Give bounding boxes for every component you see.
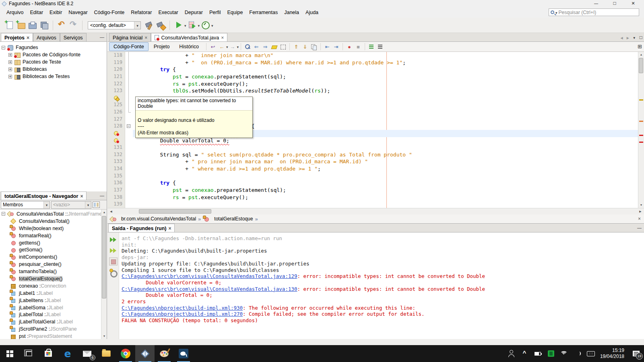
navigator-item-totalgeralestoque[interactable]: totalGeralEstoque(): [0, 275, 107, 282]
taskbar-clock[interactable]: 15:19 19/04/2018: [600, 348, 624, 360]
chevron-up-button[interactable]: [520, 350, 528, 358]
editor-tab-consultavendastotal-java[interactable]: ConsultaVendasTotal.java: [151, 33, 227, 41]
fold-collapse-button[interactable]: −: [127, 124, 130, 128]
find-previous-icon[interactable]: ⇐: [252, 43, 260, 51]
close-tab-icon[interactable]: [221, 35, 224, 41]
find-selection-icon[interactable]: [244, 43, 252, 51]
menu-item-arquivo[interactable]: Arquivo: [3, 8, 27, 17]
tab-projetos[interactable]: Projetos: [1, 33, 33, 41]
new-project-icon[interactable]: [15, 20, 26, 31]
menu-item-editar[interactable]: Editar: [27, 8, 46, 17]
navigator-item-consultavendastotal[interactable]: ConsultaVendasTotal(): [0, 218, 107, 225]
scrollbar-thumb[interactable]: [639, 58, 643, 73]
tree-expander-icon[interactable]: +: [8, 53, 12, 57]
maximize-button[interactable]: [605, 0, 624, 7]
action-center-button[interactable]: 19: [632, 350, 640, 358]
navigator-item-jlabelitens[interactable]: jLabelItens : JLabel: [0, 297, 107, 304]
navigator-scrollbar[interactable]: [101, 210, 107, 339]
volume-button[interactable]: [574, 350, 582, 358]
tree-expander-icon[interactable]: −: [2, 46, 5, 49]
dropdown-icon[interactable]: [134, 22, 140, 29]
previous-occurrence-icon[interactable]: ⇑: [292, 43, 300, 51]
find-next-icon[interactable]: ⇒: [261, 43, 269, 51]
forward-icon[interactable]: →: [229, 43, 237, 51]
navigator-item-pesquisar-cliente[interactable]: pesquisar_cliente(): [0, 261, 107, 268]
tree-item-pacotes-de-teste[interactable]: +Pacotes de Teste: [0, 58, 107, 66]
navigator-filter-select[interactable]: <vazio>: [51, 201, 91, 209]
navigator-item-jscrollpane2[interactable]: jScrollPane2 : JScrollPane: [0, 325, 107, 333]
navigator-item-jlabeltotalgeral[interactable]: jLabelTotalGeral : JLabel: [0, 318, 107, 325]
battery-button[interactable]: [534, 350, 542, 358]
close-breadcrumb-icon[interactable]: [638, 216, 641, 222]
task-view-button[interactable]: [19, 345, 39, 362]
build-project-icon[interactable]: [144, 20, 155, 31]
keyboard-button[interactable]: [587, 350, 595, 358]
show-inherited-members-button[interactable]: [93, 202, 100, 208]
warning-bulb-icon[interactable]: [114, 96, 118, 100]
open-project-icon[interactable]: [27, 20, 38, 31]
tree-item-fagundes[interactable]: −Fagundes: [0, 44, 107, 51]
wifi-button[interactable]: [560, 350, 568, 358]
config-select[interactable]: <config. default>: [88, 21, 141, 29]
output-link[interactable]: C:\Fagundes\nbproject\build-impl.xml:270: [122, 311, 243, 317]
netbeans-button[interactable]: [135, 345, 155, 362]
error-stripe-mark[interactable]: [639, 142, 643, 143]
rerun-button[interactable]: [109, 236, 118, 244]
navigator-scope-select[interactable]: Membros: [1, 201, 50, 209]
dropdown-icon[interactable]: [226, 44, 228, 49]
navigator-item-while-boolean-next[interactable]: While(boolean next): [0, 225, 107, 232]
scroll-down-icon[interactable]: [638, 202, 644, 208]
breadcrumb-item-br-com-visual-consultavendastotal[interactable]: br.com.visual.ConsultaVendasTotal: [121, 216, 196, 222]
menu-item-janela[interactable]: Janela: [281, 8, 302, 17]
scroll-up-icon[interactable]: [638, 52, 644, 58]
split-window-icon[interactable]: [638, 43, 642, 49]
file-explorer-button[interactable]: [97, 345, 116, 362]
close-tab-icon[interactable]: [144, 35, 147, 41]
menu-item-equipe[interactable]: Equipe: [224, 8, 246, 17]
undo-icon[interactable]: [56, 20, 67, 31]
error-stripe-mark[interactable]: [639, 135, 643, 136]
view-button-hist-rico[interactable]: Histórico: [175, 42, 203, 51]
ant-settings-button[interactable]: [109, 268, 118, 276]
search-box[interactable]: [549, 8, 639, 16]
menu-item-navegar[interactable]: Navegar: [65, 8, 91, 17]
scroll-tabs-left-icon[interactable]: [621, 35, 623, 40]
scroll-down-icon[interactable]: [101, 333, 107, 339]
navigator-item-getsoma[interactable]: getSoma(): [0, 246, 107, 253]
scroll-up-icon[interactable]: [101, 210, 107, 215]
redo-icon[interactable]: [68, 20, 79, 31]
navigator-item-jlabeltotal[interactable]: jLabelTotal : JLabel: [0, 311, 107, 318]
paint-button[interactable]: [155, 345, 174, 362]
rectangular-selection-icon[interactable]: [279, 43, 287, 51]
minimize-button[interactable]: [587, 0, 605, 7]
scroll-right-icon[interactable]: [638, 209, 643, 214]
run-project-icon[interactable]: [173, 20, 184, 31]
navigator-item-jlabelsoma[interactable]: jLabelSoma : JLabel: [0, 304, 107, 311]
code-fold-column[interactable]: −: [125, 52, 133, 208]
start-macro-icon[interactable]: ●: [345, 43, 353, 51]
dropdown-icon[interactable]: [198, 23, 200, 28]
stop-build-button[interactable]: [109, 257, 118, 265]
error-stripe-mark[interactable]: [639, 99, 643, 101]
navigator-item-tamanhotabela[interactable]: tamanhoTabela(): [0, 268, 107, 275]
navigator-item-getitens[interactable]: getItens(): [0, 239, 107, 247]
minimize-panel-icon[interactable]: [100, 193, 104, 198]
people-button[interactable]: [507, 350, 515, 358]
shift-line-left-icon[interactable]: ⇤: [323, 43, 331, 51]
edge-button[interactable]: e: [58, 345, 77, 362]
close-button[interactable]: [624, 0, 642, 7]
pgadmin-button[interactable]: [174, 345, 193, 362]
scrollbar-thumb[interactable]: [139, 209, 211, 214]
close-tab-icon[interactable]: [168, 226, 171, 231]
tree-item-bibliotecas[interactable]: +Bibliotecas: [0, 66, 107, 73]
rerun-with-args-button[interactable]: [109, 247, 118, 255]
view-button-projeto[interactable]: Projeto: [149, 42, 174, 51]
editor-tab-p-gina-inicial[interactable]: Página Inicial: [109, 33, 151, 41]
navigator-item-pst[interactable]: pst : PreparedStatement: [0, 333, 107, 339]
menu-item-refatorar[interactable]: Refatorar: [128, 8, 155, 17]
scroll-tabs-right-icon[interactable]: [627, 35, 629, 40]
clean-build-icon[interactable]: [155, 20, 166, 31]
navigator-item-consultavendastotal[interactable]: −ConsultaVendasTotal :: JInternalFrame: [0, 210, 107, 218]
tab-arquivos[interactable]: Arquivos: [33, 33, 60, 41]
tree-item-pacotes-de-c-digos-fonte[interactable]: +Pacotes de Códigos-fonte: [0, 51, 107, 58]
